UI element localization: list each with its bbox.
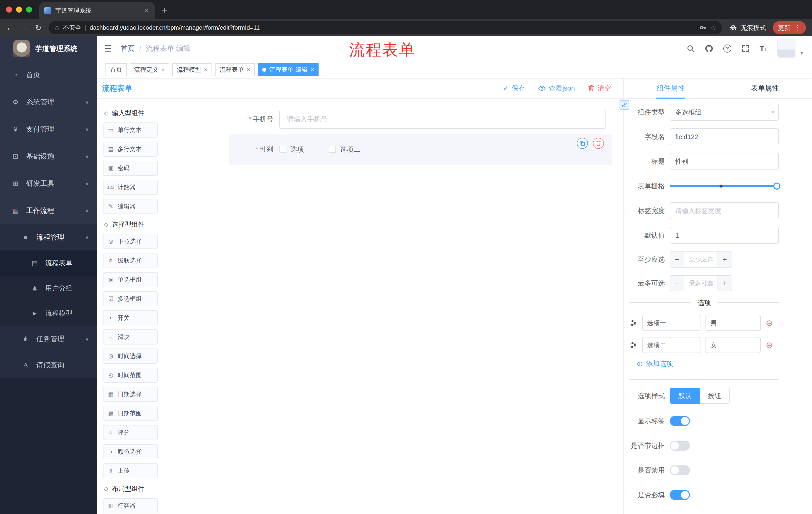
slider-handle[interactable] [773, 183, 780, 190]
tag-close-icon[interactable]: × [161, 66, 165, 73]
required-switch[interactable] [670, 490, 690, 500]
palette-item-row-container[interactable]: ▥行容器 [103, 498, 158, 513]
hamburger-icon[interactable]: ☰ [104, 44, 112, 54]
palette-item-date-picker[interactable]: ▦日期选择 [103, 387, 158, 402]
tag-process-form[interactable]: 流程表单 × [215, 63, 255, 76]
label-width-input[interactable] [670, 202, 779, 219]
password-key-icon[interactable] [699, 24, 707, 31]
palette-item-editor[interactable]: ✎编辑器 [103, 199, 158, 214]
palette-item-time-picker[interactable]: ◷时间选择 [103, 349, 158, 363]
url-text[interactable]: dashboard.yudao.iocoder.cn/bpm/manager/f… [90, 24, 696, 31]
remove-option-icon[interactable]: ⊖ [766, 341, 773, 349]
tag-process-form-edit[interactable]: 流程表单-编辑 × [258, 63, 319, 76]
tag-process-definition[interactable]: 流程定义 × [129, 63, 169, 76]
sidebar-item-payment[interactable]: ¥ 支付管理 ∨ [0, 116, 97, 143]
tab-form-props[interactable]: 表单属性 [718, 78, 812, 98]
browser-update-button[interactable]: 更新 ⋮ [773, 21, 806, 34]
title-input[interactable] [670, 153, 779, 170]
sidebar-item-process-management[interactable]: ≡ 流程管理 ∧ [0, 224, 97, 250]
option-label-input[interactable] [642, 337, 700, 353]
window-minimize-button[interactable] [16, 6, 22, 12]
link-icon[interactable] [619, 100, 629, 110]
form-canvas[interactable]: *手机号 [223, 99, 623, 514]
option-label-input[interactable] [642, 315, 700, 331]
slider-track[interactable] [670, 185, 779, 187]
style-button-button[interactable]: 按钮 [700, 388, 730, 404]
help-icon[interactable]: ? [723, 45, 731, 53]
palette-item-radio-group[interactable]: ◉单选框组 [103, 272, 158, 287]
tag-close-icon[interactable]: × [247, 66, 250, 73]
sidebar-item-process-model[interactable]: ► 流程模型 [0, 301, 97, 326]
increase-button[interactable]: + [718, 252, 732, 267]
breadcrumb-home[interactable]: 首页 [121, 44, 135, 53]
palette-item-password[interactable]: ▣密码 [103, 161, 158, 176]
show-label-switch[interactable] [670, 416, 690, 426]
canvas-field-gender-selected[interactable]: *性别 选项一 选项二 [229, 134, 612, 165]
decrease-button[interactable]: − [670, 252, 685, 267]
disabled-switch[interactable] [670, 465, 690, 475]
palette-item-color-picker[interactable]: ◑颜色选择 [103, 444, 158, 459]
min-select-value[interactable]: 至少应选 [685, 252, 718, 267]
sidebar-item-user-group[interactable]: ♟ 用户分组 [0, 276, 97, 301]
reload-icon[interactable]: ↻ [35, 23, 41, 32]
tab-component-props[interactable]: 组件属性 [624, 78, 718, 98]
gender-option2-checkbox[interactable]: 选项二 [329, 145, 360, 154]
palette-item-select[interactable]: ◎下拉选择 [103, 234, 158, 249]
palette-item-cascader[interactable]: ⋔级联选择 [103, 253, 158, 268]
drag-handle-icon[interactable] [630, 341, 637, 349]
window-maximize-button[interactable] [26, 6, 32, 12]
canvas-field-phone[interactable]: *手机号 [229, 110, 606, 129]
remove-option-icon[interactable]: ⊖ [766, 319, 773, 327]
font-size-icon[interactable]: TT [759, 44, 767, 53]
style-default-button[interactable]: 默认 [670, 388, 700, 404]
palette-item-upload[interactable]: ⇧上传 [103, 463, 158, 478]
tag-process-model[interactable]: 流程模型 × [172, 63, 212, 76]
palette-item-date-range[interactable]: ▩日期范围 [103, 406, 158, 421]
search-icon[interactable] [687, 45, 695, 53]
palette-item-single-line-text[interactable]: ▭单行文本 [103, 123, 158, 138]
palette-item-time-range[interactable]: ◴时间范围 [103, 368, 158, 383]
default-value-input[interactable] [670, 227, 779, 244]
sidebar-item-system[interactable]: ⚙ 系统管理 ∨ [0, 88, 97, 116]
fullscreen-icon[interactable] [742, 45, 749, 53]
phone-input[interactable] [279, 110, 606, 129]
copy-widget-button[interactable] [577, 138, 588, 149]
palette-item-slider[interactable]: ↔滑块 [103, 329, 158, 345]
tag-close-icon[interactable]: × [311, 66, 314, 73]
option-value-input[interactable] [705, 315, 761, 331]
sidebar-item-leave-query[interactable]: ♙ 请假查询 [0, 352, 97, 378]
max-select-value[interactable]: 最多可选 [685, 276, 718, 291]
sidebar-item-process-form[interactable]: ▤ 流程表单 [0, 250, 97, 276]
sidebar-item-dev-tools[interactable]: ⊞ 研发工具 ∨ [0, 170, 97, 197]
decrease-button[interactable]: − [670, 276, 685, 291]
option-value-input[interactable] [705, 337, 761, 353]
palette-item-rate[interactable]: ☆评分 [103, 425, 158, 440]
delete-widget-button[interactable] [593, 138, 604, 149]
security-label[interactable]: 不安全 [63, 24, 81, 32]
tab-close-icon[interactable]: × [144, 6, 150, 15]
palette-item-switch[interactable]: ◐开关 [103, 310, 158, 325]
palette-item-checkbox-group[interactable]: ☑多选框组 [103, 291, 158, 306]
sidebar-item-home[interactable]: ◔ 首页 [0, 61, 97, 88]
back-icon[interactable]: ← [6, 23, 13, 32]
component-type-select[interactable]: 多选框组 ▾ [670, 104, 779, 121]
browser-tab[interactable]: 芋道管理系统 × [39, 2, 155, 19]
browser-menu-icon[interactable]: ⋮ [794, 24, 801, 32]
window-close-button[interactable] [6, 6, 12, 12]
form-grid-slider[interactable] [670, 178, 779, 195]
save-button[interactable]: ✓ 保存 [503, 84, 525, 93]
increase-button[interactable]: + [718, 276, 732, 291]
tag-close-icon[interactable]: × [204, 66, 207, 73]
field-name-input[interactable] [670, 128, 779, 145]
forward-icon[interactable]: → [21, 23, 28, 32]
palette-item-counter[interactable]: 123计数器 [103, 180, 158, 195]
github-icon[interactable] [705, 44, 713, 53]
bookmark-star-icon[interactable]: ☆ [710, 24, 716, 32]
tag-home[interactable]: 首页 [106, 63, 127, 76]
new-tab-button[interactable]: + [162, 5, 167, 16]
sidebar-item-task-management[interactable]: ⋔ 任务管理 ∨ [0, 326, 97, 352]
gender-option1-checkbox[interactable]: 选项一 [279, 145, 311, 154]
avatar[interactable] [777, 39, 795, 58]
clear-button[interactable]: 清空 [588, 84, 611, 93]
view-json-button[interactable]: 查看json [538, 84, 575, 93]
